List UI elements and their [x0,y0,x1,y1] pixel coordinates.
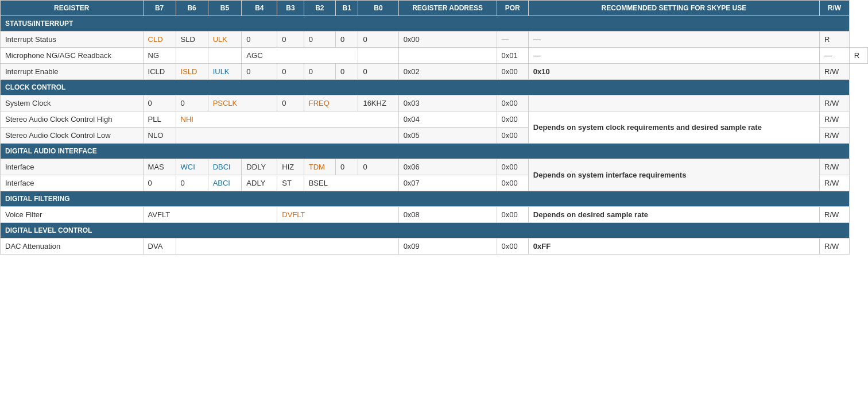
cell-value: DBCI [213,163,231,171]
register-name: Voice Filter [1,207,144,223]
data-row: Microphone NG/AGC ReadbackNGAGC0x01——R [1,48,868,64]
section-header-row: STATUS/INTERRUPT [1,16,868,32]
register-name: Interface [1,159,144,175]
recommended-setting: — [820,48,850,64]
cell-value: — [502,35,509,44]
cell-value: 0x00 [502,242,518,251]
cell-value: 0x00 [502,67,518,76]
cell-value: PSCLK [213,99,238,107]
section-header-row: DIGITAL AUDIO INTERFACE [1,144,868,159]
cell-value: 0 [363,35,367,44]
recommended-setting [528,95,819,111]
cell-value: 0x07 [404,179,420,187]
data-row: Interrupt StatusCLDSLDULK000000x00——R [1,32,868,48]
cell-value: NHI [181,115,193,124]
recommended-text: — [533,35,541,44]
recommended-text: 0xFF [533,242,551,251]
cell-value: 0 [181,179,185,187]
data-row: System Clock00PSCLK0FREQ16KHZ0x030x00R/W [1,95,868,111]
section-label: CLOCK CONTROL [1,80,850,95]
cell-value: ST [282,179,292,187]
cell-value: SLD [181,35,195,44]
recommended-setting: 0x10 [528,64,819,80]
cell-value: DVFLT [282,210,305,219]
data-row: DAC AttenuationDVA0x090x000xFFR/W [1,238,868,255]
register-name: Interrupt Status [1,32,144,48]
recommended-setting: — [528,32,819,48]
cell-value: ULK [213,35,227,44]
cell-value: R/W [824,163,839,171]
cell-value: 0x02 [404,67,420,76]
cell-value: 0x06 [404,163,420,171]
cell-value: AVFLT [148,210,170,219]
register-name: Microphone NG/AGC Readback [1,48,144,64]
register-name: DAC Attenuation [1,238,144,255]
cell-value: 0 [148,99,152,107]
cell-value: 0x00 [502,131,518,140]
cell-value: CLD [148,35,163,44]
cell-value: BSEL [309,179,328,187]
recommended-setting: Depends on desired sample rate [528,207,819,223]
cell-value: IULK [213,67,230,76]
cell-value: ISLD [181,67,197,76]
recommended-setting: 0xFF [528,238,819,255]
section-header-row: CLOCK CONTROL [1,80,868,95]
cell-value: 0 [148,179,152,187]
col-header-b2: B2 [304,1,335,16]
cell-value: ICLD [148,67,165,76]
recommended-text: — [824,51,832,60]
cell-value: 0 [363,163,367,171]
cell-value: ABCI [213,179,230,187]
cell-value: 16KHZ [363,99,386,107]
recommended-text: Depends on system interface requirements [533,171,687,179]
col-header-b3: B3 [277,1,304,16]
cell-value: 0 [282,99,286,107]
col-header-address: REGISTER ADDRESS [398,1,497,16]
cell-value: 0 [181,99,185,107]
register-name: Interrupt Enable [1,64,144,80]
cell-value: R [854,51,859,60]
col-header-b5: B5 [208,1,242,16]
recommended-setting: Depends on system interface requirements [528,159,819,191]
cell-value: 0x00 [502,179,518,187]
cell-value: 0x03 [404,99,420,107]
recommended-setting: Depends on system clock requirements and… [528,111,819,144]
data-row: Voice FilterAVFLTDVFLT0x080x00Depends on… [1,207,868,223]
cell-value: AGC [246,51,262,60]
cell-value: 0x00 [502,210,518,219]
recommended-text: 0x10 [533,67,550,76]
cell-value: 0 [246,35,250,44]
cell-value: MAS [148,163,164,171]
col-header-b7: B7 [143,1,176,16]
cell-value: 0x00 [404,35,420,44]
cell-value: 0 [282,67,286,76]
cell-value: 0x09 [404,242,420,251]
data-row: InterfaceMASWCIDBCIDDLYHIZTDM000x060x00D… [1,159,868,175]
cell-value: 0x08 [404,210,420,219]
cell-value: R/W [824,115,839,124]
cell-value: TDM [309,163,325,171]
data-row: Interrupt EnableICLDISLDIULK000000x020x0… [1,64,868,80]
register-name: Stereo Audio Clock Control High [1,111,144,128]
cell-value: 0 [309,67,313,76]
cell-value: NLO [148,131,164,140]
section-label: DIGITAL FILTERING [1,191,850,207]
register-table: REGISTER B7 B6 B5 B4 B3 B2 B1 B0 REGISTE… [0,0,868,255]
cell-value: 0x00 [502,115,518,124]
cell-value: R [824,35,830,44]
cell-value: R/W [824,131,839,140]
cell-value: 0 [363,67,367,76]
section-label: DIGITAL AUDIO INTERFACE [1,144,850,159]
cell-value: 0x00 [502,99,518,107]
col-header-b4: B4 [242,1,277,16]
cell-value: DDLY [246,163,266,171]
cell-value: R/W [824,99,839,107]
cell-value: PLL [148,115,161,124]
cell-value: R/W [824,67,839,76]
section-label: DIGITAL LEVEL CONTROL [1,223,850,238]
col-header-por: POR [497,1,528,16]
recommended-text: Depends on system clock requirements and… [533,123,762,132]
cell-value: 0 [282,35,286,44]
cell-value: 0 [340,163,344,171]
register-name: Interface [1,175,144,191]
